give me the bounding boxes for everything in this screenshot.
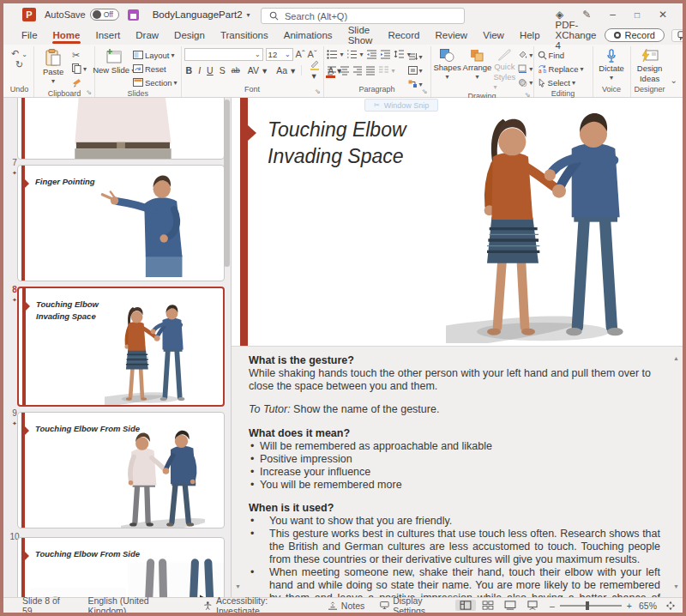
clipboard-dialog-launcher[interactable]: ⇘ [86,88,92,96]
cut-icon[interactable]: ✂ [71,49,87,61]
zoom-out-button[interactable]: – [550,601,555,611]
shape-effects-button[interactable]: ▾ [517,76,533,88]
zoom-track[interactable] [560,605,622,607]
align-left-icon[interactable] [327,66,337,75]
reset-button[interactable]: Reset [132,63,178,75]
select-button[interactable]: Select▾ [537,76,585,88]
slide-indicator[interactable]: Slide 8 of 59 [15,595,77,616]
slide-8-thumbnail-selected[interactable]: Touching ElbowInvading Space [17,287,225,407]
bullets-icon[interactable] [327,50,338,59]
powerpoint-logo-icon[interactable]: P [22,8,36,21]
font-dialog-launcher[interactable]: ⇘ [315,88,321,95]
decrease-font-icon[interactable]: Aˇ [308,50,317,59]
minimize-button[interactable]: – [610,9,616,21]
view-slideshow-button[interactable] [522,600,543,611]
font-size-combo[interactable]: 12⌄ [266,48,293,61]
search-input[interactable]: Search (Alt+Q) [261,8,465,24]
ribbon-collapse-chevron[interactable]: ⌄ [669,46,681,97]
language-indicator[interactable]: English (United Kingdom) [81,595,193,616]
numbering-icon[interactable] [346,50,358,59]
increase-indent-icon[interactable] [380,50,391,59]
slide-title[interactable]: Touching ElbowInvading Space [268,117,406,169]
quick-styles-button[interactable]: QuickStyles ▾ [493,47,515,91]
notes-toggle-button[interactable]: Notes [321,601,371,611]
font-name-combo[interactable]: ⌄ [184,48,263,61]
layout-button[interactable]: Layout▾ [132,49,178,61]
format-painter-icon[interactable] [71,76,87,88]
thumbnails-scrollbar[interactable] [224,100,230,267]
view-slide-sorter-button[interactable] [478,600,498,611]
autosave-toggle[interactable]: Off [90,9,119,21]
justify-icon[interactable] [365,66,376,75]
strikethrough-button[interactable]: ab [230,66,242,75]
find-button[interactable]: Find [537,49,585,61]
columns-icon[interactable] [378,66,389,75]
display-settings-button[interactable]: Display Settings [373,595,454,616]
shape-outline-button[interactable]: ▾ [517,63,533,75]
change-case-button[interactable]: Aa▾ [273,65,298,75]
zoom-percentage[interactable]: 65% [639,601,657,611]
shapes-button[interactable]: Shapes▾ [434,47,461,81]
shadow-button[interactable]: S [218,65,227,75]
view-reading-button[interactable] [500,600,521,611]
slide-7-thumbnail[interactable]: Finger Pointing [17,165,225,281]
notes-pane[interactable]: What is the gesture? While shaking hands… [232,347,683,597]
char-spacing-button[interactable]: AV▾ [244,65,271,75]
text-direction-button[interactable]: ▾ [407,51,424,63]
record-button[interactable]: Record [605,28,665,42]
close-button[interactable]: ✕ [659,9,667,21]
autosave-control[interactable]: AutoSave Off [45,9,119,21]
paragraph-dialog-launcher[interactable]: ⇘ [422,88,428,95]
undo-icon[interactable]: ↶ ⌄ [11,49,27,58]
tab-insert[interactable]: Insert [87,28,128,42]
tab-transitions[interactable]: Transitions [213,28,276,42]
new-slide-button[interactable]: New Slide ▾ [98,47,130,75]
fit-to-window-button[interactable] [659,601,676,611]
paste-button[interactable]: Paste▾ [37,47,69,85]
tab-slide-show[interactable]: Slide Show [340,23,381,47]
section-button[interactable]: Section▾ [132,76,178,88]
underline-button[interactable]: U [205,65,215,75]
document-title[interactable]: BodyLanguagePart2 ▾ [153,9,250,20]
decrease-indent-icon[interactable] [366,50,377,59]
line-spacing-icon[interactable] [394,50,405,59]
zoom-in-button[interactable]: + [627,601,632,611]
scroll-down-arrow-left[interactable]: ▼ [235,580,241,593]
arrange-button[interactable]: Arrange▾ [463,47,492,81]
accessibility-indicator[interactable]: Accessibility: Investigate [196,595,316,616]
highlight-color-button[interactable]: ▾ [308,60,322,81]
slide-10-thumbnail[interactable]: Touching Elbow From Side [17,537,225,597]
scroll-up-arrow[interactable]: ▲ [673,352,679,365]
replace-button[interactable]: abReplace▾ [537,63,585,75]
dictate-button[interactable]: Dictate▾ [596,47,628,82]
zoom-thumb[interactable] [586,601,589,610]
redo-icon[interactable]: ↻ [15,60,23,69]
zoom-slider[interactable]: – + [550,601,632,611]
scroll-down-arrow[interactable]: ▼ [673,580,679,593]
maximize-button[interactable]: □ [635,10,640,20]
shape-fill-button[interactable]: ▾ [517,49,533,61]
view-normal-button[interactable] [455,600,476,611]
save-icon[interactable] [128,9,139,21]
tab-home[interactable]: Home [45,28,88,42]
align-text-button[interactable]: ▾ [407,64,424,76]
copy-icon[interactable]: ▾ [71,63,87,75]
bold-button[interactable]: B [184,65,195,75]
comments-button[interactable] [671,29,686,42]
align-right-icon[interactable] [352,66,363,75]
slide-9-thumbnail[interactable]: Touching Elbow From Side [17,412,225,528]
tab-view[interactable]: View [475,28,512,42]
slide-canvas[interactable]: ✂Window Snip Touching ElbowInvading Spac… [232,98,683,347]
tab-record[interactable]: Record [380,28,427,42]
tab-review[interactable]: Review [427,28,475,42]
tab-help[interactable]: Help [512,28,548,42]
tab-file[interactable]: File [14,28,45,42]
design-ideas-button[interactable]: DesignIdeas [634,47,666,83]
align-center-icon[interactable] [340,66,350,75]
tab-draw[interactable]: Draw [128,28,166,42]
increase-font-icon[interactable]: Aˆ [296,50,305,59]
italic-button[interactable]: I [196,65,202,75]
slide-6-thumbnail[interactable] [17,98,225,160]
tab-design[interactable]: Design [166,28,213,42]
tab-animations[interactable]: Animations [276,28,340,42]
